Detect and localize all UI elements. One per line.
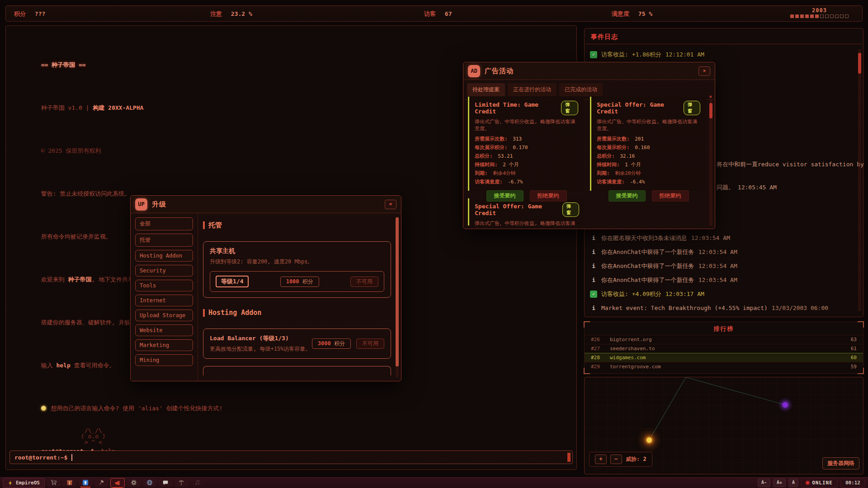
- upload[interactable]: [79, 478, 92, 487]
- mining[interactable]: [175, 478, 188, 487]
- network-node-remote[interactable]: [783, 402, 788, 408]
- year-progress: 2003: [790, 7, 849, 18]
- close-icon[interactable]: ×: [385, 200, 396, 209]
- stat-visitors-label: 访客: [424, 10, 436, 17]
- upgrades[interactable]: [127, 478, 141, 487]
- upgrade-card-info: Load Balancer (等级1/3) 更高效地分配流量, 每级+15%访客…: [210, 334, 311, 353]
- popup-badge: 弹窗: [561, 101, 578, 115]
- event-time: 12:03:17 AM: [665, 291, 704, 297]
- leaderboard-row: #29 torrentgroove.com 59: [585, 362, 863, 371]
- ad-window-titlebar[interactable]: AD 广告活动 ×: [463, 62, 715, 80]
- event-log-scroll-thumb[interactable]: [858, 53, 861, 74]
- month-squares: [790, 14, 849, 18]
- ad-stat-value: 313: [513, 136, 522, 142]
- leaderboard-site: widgames.com: [610, 355, 851, 361]
- packages[interactable]: [63, 478, 76, 487]
- divider: [198, 214, 198, 381]
- ad-scroll-thumb[interactable]: [709, 103, 712, 118]
- stat-credits-label: 积分: [14, 10, 26, 17]
- buy-button-disabled[interactable]: 不可用: [350, 277, 378, 287]
- upgrade-window-titlebar[interactable]: UP 升级 ×: [131, 196, 401, 213]
- ad-stat-value: 2 个月: [503, 162, 519, 168]
- taskbar-icon-glyph: [114, 480, 121, 486]
- website[interactable]: [143, 478, 156, 487]
- corner-bracket: [584, 321, 590, 328]
- ad-stat-label: 到期:: [475, 170, 488, 176]
- stat-attention: 注意 23.2 %: [210, 10, 252, 18]
- zoom-out-button[interactable]: −: [610, 455, 622, 464]
- ad-stat-label: 所需展示次数:: [597, 136, 630, 142]
- ad-tab[interactable]: 待处理提案: [467, 83, 505, 96]
- upgrade-category-button[interactable]: Internet: [135, 295, 193, 306]
- ad-stat-value: -6.7%: [508, 179, 523, 185]
- network-node-active[interactable]: [646, 437, 652, 443]
- zoom-in-button[interactable]: +: [595, 455, 607, 464]
- upgrade-category-button[interactable]: Website: [135, 324, 193, 336]
- ad-stat-row: 每次展示积分: 0.170: [475, 143, 578, 152]
- taskbar-clock: 00:12: [840, 479, 865, 488]
- buy-button-disabled[interactable]: 不可用: [356, 338, 384, 349]
- leaderboard-score: 59: [851, 364, 857, 370]
- reject-offer-button[interactable]: 拒绝要约: [530, 190, 567, 202]
- font-larger-button[interactable]: A+: [773, 479, 786, 487]
- month-square: [835, 14, 839, 18]
- bolt-icon: [8, 480, 13, 486]
- month-square: [795, 14, 799, 18]
- price-unit: 积分: [331, 340, 345, 347]
- server-network-button[interactable]: 服务器网络: [822, 457, 859, 469]
- upgrade-description: 更高效地分配流量, 每级+15%访客容量。: [210, 345, 311, 353]
- upgrade-card-shared-hosting: 共享主机 升级到等级2: 容量200, 速度20 Mbps。 等级1/4 100…: [203, 241, 391, 298]
- upgrade-card-load-balancer: Load Balancer (等级1/3) 更高效地分配流量, 每级+15%访客…: [203, 328, 391, 359]
- event-text: 你在AnonChat中获得了一个新任务: [601, 248, 694, 256]
- month-square: [840, 14, 844, 18]
- section-accent-bar: [203, 221, 205, 229]
- section-title: Hosting Addon: [208, 309, 261, 317]
- threat-label: 威胁:: [626, 456, 640, 462]
- ads[interactable]: [110, 478, 125, 488]
- section-header: 托管: [203, 221, 391, 230]
- upgrade-category-button[interactable]: Security: [135, 265, 193, 277]
- event-icon: [590, 263, 597, 270]
- marketplace[interactable]: [47, 478, 61, 487]
- ad-scrollbar[interactable]: [709, 99, 712, 226]
- upgrade-name: 共享主机: [210, 247, 384, 255]
- ad-stat-row: 持续时间: 2 个月: [475, 160, 578, 169]
- crack[interactable]: [94, 478, 108, 487]
- terminal-prompt: root@torrent:~$: [14, 454, 67, 461]
- terminal-text: 所有命令均被记录并监视。: [41, 233, 112, 240]
- upgrade-category-button[interactable]: 全部: [135, 217, 193, 230]
- upgrade-category-button[interactable]: Hosting Addon: [135, 250, 193, 262]
- event-entry: 你在AnonChat中获得了一个新任务 12:03:54 AM: [590, 259, 852, 273]
- reject-offer-button[interactable]: 拒绝要约: [652, 190, 689, 202]
- ad-stat-row: 访客满意度: -6.7%: [475, 178, 578, 186]
- taskbar-icon-glyph: [82, 479, 89, 486]
- upgrade-scroll-thumb[interactable]: [396, 217, 399, 366]
- stat-attention-label: 注意: [210, 10, 222, 17]
- upgrade-category-button[interactable]: Mining: [135, 354, 193, 366]
- os-label: EmpireOS: [16, 480, 40, 486]
- font-reset-button[interactable]: A: [788, 479, 798, 487]
- font-smaller-button[interactable]: A-: [758, 479, 770, 487]
- ad-tab[interactable]: 已完成的活动: [559, 83, 603, 96]
- event-log-scrollbar[interactable]: [858, 49, 861, 311]
- ad-offer-header: Special Offer: Game Credit 弹窗: [597, 101, 700, 115]
- popup-badge: 弹窗: [684, 101, 700, 115]
- ad-tab[interactable]: 正在进行的活动: [508, 83, 557, 96]
- music[interactable]: [190, 478, 204, 487]
- upgrade-category-button[interactable]: Upload Storage: [135, 310, 193, 321]
- leaderboard-site: torrentgroove.com: [610, 364, 851, 370]
- os-start-button[interactable]: EmpireOS: [3, 478, 45, 488]
- upgrade-category-button[interactable]: Tools: [135, 280, 193, 291]
- upgrade-category-button[interactable]: Marketing: [135, 339, 193, 351]
- terminal-text: 查看可用命令。: [71, 362, 115, 369]
- anonchat[interactable]: [159, 478, 172, 487]
- upgrade-category-button[interactable]: 托管: [135, 234, 193, 247]
- accept-offer-button[interactable]: 接受要约: [486, 190, 524, 202]
- accept-offer-button[interactable]: 接受要约: [609, 190, 646, 202]
- terminal-input[interactable]: root@torrent:~$: [9, 450, 573, 464]
- divider: [585, 44, 862, 44]
- scroll-up-arrow[interactable]: [709, 95, 712, 98]
- upgrade-scrollbar[interactable]: [396, 216, 399, 377]
- close-icon[interactable]: ×: [698, 66, 710, 76]
- event-icon: [590, 51, 597, 58]
